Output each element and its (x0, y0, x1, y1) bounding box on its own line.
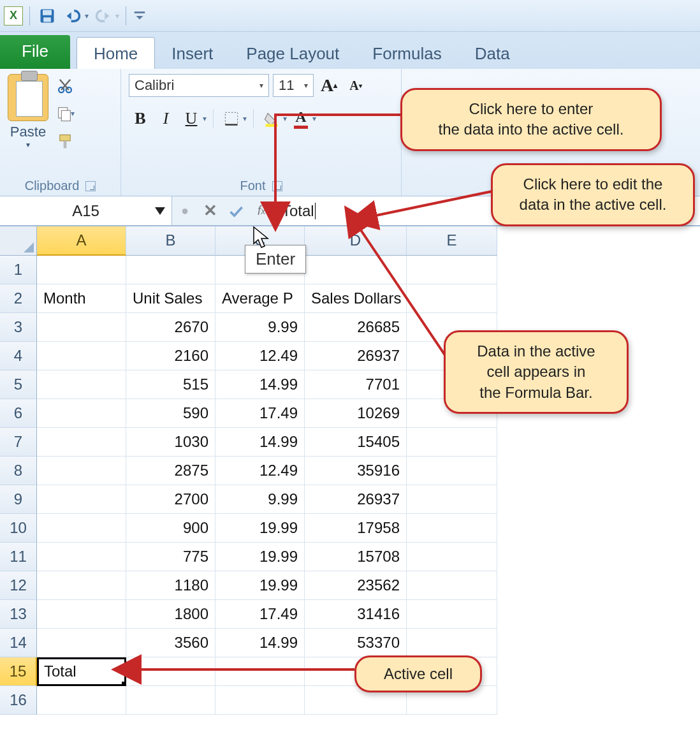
fill-dropdown-icon[interactable]: ▾ (283, 114, 287, 123)
cell-D14[interactable]: 53370 (305, 629, 407, 657)
grow-font-icon[interactable]: A▴ (317, 74, 340, 97)
cell-A11[interactable] (37, 543, 126, 571)
cell-C12[interactable]: 19.99 (215, 571, 305, 600)
cell-E8[interactable] (407, 457, 497, 485)
cell-D7[interactable]: 15405 (305, 428, 407, 457)
column-header-D[interactable]: D (305, 226, 407, 256)
cell-E7[interactable] (407, 428, 497, 457)
fontcolor-dropdown-icon[interactable]: ▾ (312, 114, 316, 123)
cell-B2[interactable]: Unit Sales (126, 284, 215, 313)
cell-D6[interactable]: 10269 (305, 399, 407, 428)
cell-B3[interactable]: 2670 (126, 313, 215, 342)
cell-E14[interactable] (407, 629, 497, 657)
clipboard-dialog-launcher-icon[interactable] (85, 181, 96, 191)
cell-B14[interactable]: 3560 (126, 629, 215, 657)
cell-A13[interactable] (37, 600, 126, 629)
cell-B6[interactable]: 590 (126, 399, 215, 428)
cell-C14[interactable]: 14.99 (215, 629, 305, 657)
row-header-4[interactable]: 4 (0, 342, 37, 370)
cell-B10[interactable]: 900 (126, 514, 215, 543)
cell-D9[interactable]: 26937 (305, 485, 407, 514)
cell-C2[interactable]: Average P (215, 284, 305, 313)
cell-D10[interactable]: 17958 (305, 514, 407, 543)
tab-page-layout[interactable]: Page Layout (230, 38, 356, 69)
cell-E10[interactable] (407, 514, 497, 543)
cell-C16[interactable] (215, 686, 305, 715)
cell-D5[interactable]: 7701 (305, 370, 407, 399)
cell-C3[interactable]: 9.99 (215, 313, 305, 342)
cell-A6[interactable] (37, 399, 126, 428)
cell-A4[interactable] (37, 342, 126, 370)
select-all-button[interactable] (0, 226, 37, 256)
row-header-13[interactable]: 13 (0, 600, 37, 629)
cell-C15[interactable] (215, 657, 305, 686)
copy-icon[interactable]: ▾ (54, 102, 77, 125)
row-header-3[interactable]: 3 (0, 313, 37, 342)
redo-icon[interactable] (92, 5, 114, 27)
shrink-font-icon[interactable]: A▾ (344, 74, 367, 97)
cell-E12[interactable] (407, 571, 497, 600)
cell-A2[interactable]: Month (37, 284, 126, 313)
cell-grid[interactable]: ABCDE12MonthUnit SalesAverage PSales Dol… (0, 226, 700, 715)
font-size-combo[interactable]: 11 ▾ (273, 74, 314, 97)
row-header-5[interactable]: 5 (0, 370, 37, 399)
row-header-2[interactable]: 2 (0, 284, 37, 313)
cell-A1[interactable] (37, 256, 126, 284)
cell-A14[interactable] (37, 629, 126, 657)
cell-A3[interactable] (37, 313, 126, 342)
cell-B13[interactable]: 1800 (126, 600, 215, 629)
customize-qat-icon[interactable] (133, 5, 147, 27)
copy-dropdown-icon[interactable]: ▾ (71, 109, 75, 118)
cell-C10[interactable]: 19.99 (215, 514, 305, 543)
cell-B11[interactable]: 775 (126, 543, 215, 571)
cell-B5[interactable]: 515 (126, 370, 215, 399)
paste-button[interactable]: Paste ▾ (8, 74, 48, 153)
row-header-8[interactable]: 8 (0, 457, 37, 485)
cell-B9[interactable]: 2700 (126, 485, 215, 514)
cell-B4[interactable]: 2160 (126, 342, 215, 370)
cell-D2[interactable]: Sales Dollars (305, 284, 407, 313)
tab-home[interactable]: Home (77, 37, 155, 69)
cell-C13[interactable]: 17.49 (215, 600, 305, 629)
bold-button[interactable]: B (129, 107, 152, 130)
cell-D4[interactable]: 26937 (305, 342, 407, 370)
cell-C4[interactable]: 12.49 (215, 342, 305, 370)
column-header-E[interactable]: E (407, 226, 497, 256)
column-header-B[interactable]: B (126, 226, 215, 256)
column-header-A[interactable]: A (37, 226, 126, 256)
format-painter-icon[interactable] (54, 130, 77, 153)
row-header-6[interactable]: 6 (0, 399, 37, 428)
cell-C9[interactable]: 9.99 (215, 485, 305, 514)
redo-dropdown-icon[interactable]: ▾ (115, 11, 119, 20)
borders-icon[interactable] (220, 107, 243, 130)
cell-A15[interactable]: Total (37, 657, 126, 686)
row-header-9[interactable]: 9 (0, 485, 37, 514)
insert-function-button[interactable]: fx (249, 196, 274, 225)
cell-C5[interactable]: 14.99 (215, 370, 305, 399)
font-name-combo[interactable]: Calibri ▾ (129, 74, 269, 97)
tab-formulas[interactable]: Formulas (356, 38, 458, 69)
row-header-10[interactable]: 10 (0, 514, 37, 543)
cell-C7[interactable]: 14.99 (215, 428, 305, 457)
underline-dropdown-icon[interactable]: ▾ (203, 114, 207, 123)
cell-B15[interactable] (126, 657, 215, 686)
row-header-16[interactable]: 16 (0, 686, 37, 715)
row-header-15[interactable]: 15 (0, 657, 37, 686)
cell-B12[interactable]: 1180 (126, 571, 215, 600)
cell-A12[interactable] (37, 571, 126, 600)
cell-E11[interactable] (407, 543, 497, 571)
cell-A7[interactable] (37, 428, 126, 457)
cell-A10[interactable] (37, 514, 126, 543)
tab-data[interactable]: Data (458, 38, 527, 69)
underline-button[interactable]: U (180, 107, 203, 130)
cell-D11[interactable]: 15708 (305, 543, 407, 571)
cell-E9[interactable] (407, 485, 497, 514)
cell-D12[interactable]: 23562 (305, 571, 407, 600)
undo-dropdown-icon[interactable]: ▾ (85, 11, 89, 20)
row-header-7[interactable]: 7 (0, 428, 37, 457)
cell-E1[interactable] (407, 256, 497, 284)
cell-B16[interactable] (126, 686, 215, 715)
cell-C8[interactable]: 12.49 (215, 457, 305, 485)
cell-A9[interactable] (37, 485, 126, 514)
tab-insert[interactable]: Insert (155, 38, 230, 69)
